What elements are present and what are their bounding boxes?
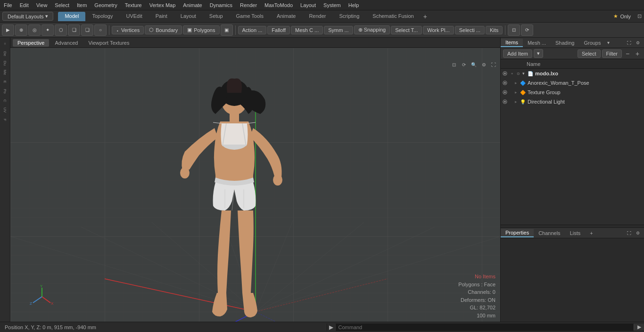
viewport-settings-icon[interactable]: ⚙	[479, 60, 488, 69]
props-maximize-icon[interactable]: ⛶	[625, 229, 633, 237]
toolbar-viewport-icon1[interactable]: ⊡	[508, 24, 520, 36]
viewport-tab-perspective[interactable]: Perspective	[13, 39, 49, 47]
menu-layout[interactable]: Layout	[297, 1, 320, 9]
viewport[interactable]: Perspective Advanced Viewport Textures	[10, 38, 500, 322]
toolbar-center[interactable]: ⊕	[15, 24, 27, 36]
toolbar-mesh-c[interactable]: Mesh C ...	[291, 26, 323, 34]
item-row-light[interactable]: ▸ 💡 Directional Light	[501, 97, 644, 106]
viewport-expand-icon[interactable]: ⛶	[489, 60, 498, 69]
tab-render[interactable]: Render	[302, 12, 332, 21]
viewport-tab-viewport-textures[interactable]: Viewport Textures	[83, 39, 134, 47]
tab-uvedit[interactable]: UVEdit	[119, 12, 149, 21]
item-expand-mesh[interactable]: ▸	[515, 81, 520, 85]
command-input[interactable]	[336, 324, 634, 331]
toolbar-boundary[interactable]: ⬡ Boundary	[145, 25, 182, 34]
menu-dynamics[interactable]: Dynamics	[206, 1, 236, 9]
scene-area[interactable]: ⊡ ⟳ 🔍 ⚙ ⛶ X Y Z No Items P	[10, 48, 500, 322]
panel-tab-items[interactable]: Items	[501, 39, 523, 47]
tab-animate[interactable]: Animate	[270, 12, 302, 21]
menu-select[interactable]: Select	[51, 1, 73, 9]
add-item-dropdown[interactable]: ▾	[534, 49, 543, 58]
add-item-button[interactable]: Add Item	[503, 49, 532, 58]
toolbar-box2[interactable]: ❏	[81, 24, 93, 36]
tab-layout[interactable]: Layout	[174, 12, 203, 21]
toolbar-selecti[interactable]: Selecti ...	[455, 26, 485, 34]
filter-button[interactable]: Filter	[602, 49, 622, 58]
toolbar-box1[interactable]: ❏	[68, 24, 80, 36]
tab-setup[interactable]: Setup	[203, 12, 230, 21]
panel-tab-mesh[interactable]: Mesh ...	[523, 39, 551, 47]
menu-geometry[interactable]: Geometry	[91, 1, 121, 9]
tab-model[interactable]: Model	[58, 12, 85, 21]
toolbar-transform[interactable]: ✦	[41, 24, 54, 36]
layout-plus-button[interactable]: +	[421, 12, 430, 21]
props-tab-lists[interactable]: Lists	[565, 229, 586, 237]
panel-settings-icon[interactable]: ⚙	[634, 39, 642, 47]
layout-dropdown[interactable]: Default Layouts ▾	[2, 12, 53, 21]
toolbar-kits[interactable]: Kits	[486, 26, 503, 34]
panel-tab-dropdown-icon[interactable]: ▾	[605, 39, 611, 46]
panel-tab-groups[interactable]: Groups	[579, 39, 605, 47]
toolbar-falloff[interactable]: Falloff	[267, 26, 290, 34]
toolbar-select-mode[interactable]: ▶	[2, 24, 14, 36]
panel-tab-shading[interactable]: Shading	[551, 39, 579, 47]
toolbar-snapping[interactable]: ⊕ Snapping	[354, 25, 390, 34]
layout-maximize-icon[interactable]: ⊡	[635, 12, 644, 21]
sidebar-btn-pol[interactable]: Po	[1, 87, 9, 96]
command-arrow-button[interactable]: ▶	[327, 324, 336, 331]
toolbar-extra[interactable]: ▣	[221, 24, 233, 36]
toolbar-hex[interactable]: ⬡	[55, 24, 67, 36]
tab-scripting[interactable]: Scripting	[333, 12, 366, 21]
sidebar-btn-mesh[interactable]: Me	[1, 68, 9, 77]
item-expand-texture[interactable]: ▸	[515, 90, 520, 95]
menu-maxtomodo[interactable]: MaxToModo	[261, 1, 297, 9]
toolbar-viewport-icon2[interactable]: ⟳	[521, 24, 533, 36]
menu-edit[interactable]: Edit	[16, 1, 33, 9]
toolbar-polygons[interactable]: ▣ Polygons	[183, 25, 219, 34]
menu-render[interactable]: Render	[236, 1, 261, 9]
menu-texture[interactable]: Texture	[121, 1, 146, 9]
items-plus-icon[interactable]: +	[633, 49, 642, 58]
toolbar-symm[interactable]: Symm ...	[324, 26, 353, 34]
menu-view[interactable]: View	[33, 1, 51, 9]
item-eye-light[interactable]	[502, 98, 508, 105]
item-row-texture[interactable]: ▸ 🔶 Texture Group	[501, 88, 644, 97]
item-row-root[interactable]: + ⊙ ▾ 📄 modo.lxo	[501, 69, 644, 78]
menu-system[interactable]: System	[320, 1, 345, 9]
select-button[interactable]: Select	[578, 49, 601, 58]
viewport-search-icon[interactable]: 🔍	[470, 60, 478, 69]
item-expand-root[interactable]: ▾	[522, 71, 527, 76]
tab-topology[interactable]: Topology	[85, 12, 119, 21]
menu-item[interactable]: Item	[73, 1, 91, 9]
toolbar-circle[interactable]: ○	[94, 24, 107, 36]
toolbar-work-pl[interactable]: Work Pl...	[423, 26, 454, 34]
item-eye-mesh[interactable]	[502, 80, 508, 86]
tab-paint[interactable]: Paint	[149, 12, 174, 21]
props-tab-properties[interactable]: Properties	[501, 229, 534, 237]
item-eye-texture[interactable]	[502, 89, 508, 96]
items-minus-icon[interactable]: −	[623, 49, 632, 58]
panel-maximize-icon[interactable]: ⛶	[625, 39, 633, 47]
sidebar-btn-dup[interactable]: Du	[1, 59, 9, 67]
toolbar-select-t[interactable]: Select T...	[391, 26, 422, 34]
command-run-button[interactable]: ▶	[634, 324, 644, 330]
tab-game-tools[interactable]: Game Tools	[230, 12, 271, 21]
viewport-fit-icon[interactable]: ⊡	[450, 60, 458, 69]
toolbar-action[interactable]: Action ...	[238, 26, 267, 34]
item-row-mesh[interactable]: ▸ 🔷 Anorexic_Woman_T_Pose	[501, 78, 644, 88]
props-tab-plus[interactable]: +	[585, 229, 597, 237]
sidebar-btn-f[interactable]: F	[1, 115, 9, 124]
toolbar-vertices[interactable]: ⬩ Vertices	[112, 26, 144, 34]
props-tab-channels[interactable]: Channels	[534, 229, 565, 237]
sidebar-btn-c[interactable]: C	[1, 97, 9, 105]
props-settings-icon[interactable]: ⚙	[634, 229, 642, 237]
item-add-icon[interactable]: +	[509, 71, 515, 76]
sidebar-btn-de[interactable]: De	[1, 49, 9, 58]
item-eye-root[interactable]	[502, 70, 508, 77]
sidebar-btn-e[interactable]: E	[1, 78, 9, 86]
viewport-tab-advanced[interactable]: Advanced	[50, 39, 83, 47]
menu-vertex-map[interactable]: Vertex Map	[146, 1, 180, 9]
menu-animate[interactable]: Animate	[179, 1, 206, 9]
item-expand-light[interactable]: ▸	[515, 99, 520, 104]
sidebar-btn-uv[interactable]: UV	[1, 106, 9, 114]
